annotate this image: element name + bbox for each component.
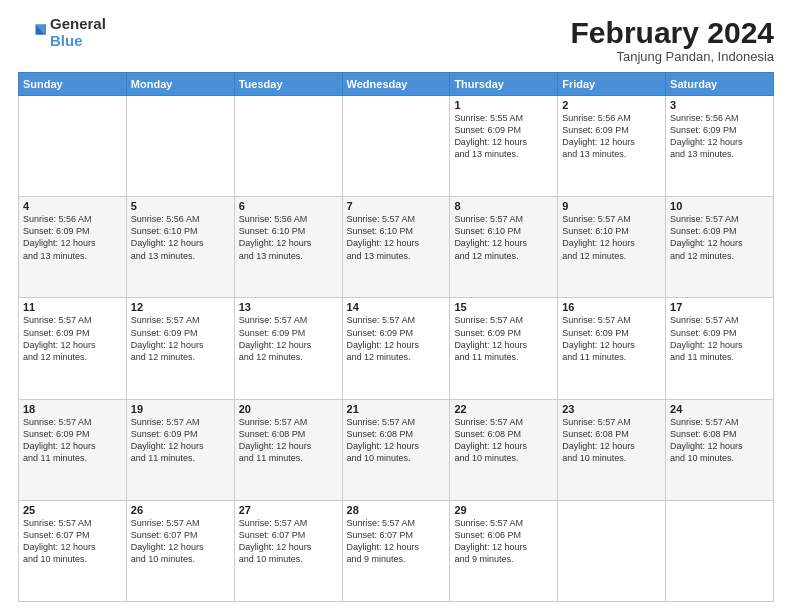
cell-info-text: Sunrise: 5:57 AM Sunset: 6:09 PM Dayligh… [239,314,338,363]
cell-info-text: Sunrise: 5:57 AM Sunset: 6:10 PM Dayligh… [454,213,553,262]
table-row: 3Sunrise: 5:56 AM Sunset: 6:09 PM Daylig… [666,96,774,197]
table-row: 6Sunrise: 5:56 AM Sunset: 6:10 PM Daylig… [234,197,342,298]
table-row [126,96,234,197]
cell-day-number: 22 [454,403,553,415]
cell-info-text: Sunrise: 5:57 AM Sunset: 6:10 PM Dayligh… [347,213,446,262]
table-row [342,96,450,197]
week-row-1: 4Sunrise: 5:56 AM Sunset: 6:09 PM Daylig… [19,197,774,298]
cell-day-number: 11 [23,301,122,313]
table-row [666,500,774,601]
cell-info-text: Sunrise: 5:56 AM Sunset: 6:09 PM Dayligh… [23,213,122,262]
table-row: 25Sunrise: 5:57 AM Sunset: 6:07 PM Dayli… [19,500,127,601]
cell-info-text: Sunrise: 5:57 AM Sunset: 6:10 PM Dayligh… [562,213,661,262]
week-row-2: 11Sunrise: 5:57 AM Sunset: 6:09 PM Dayli… [19,298,774,399]
table-row: 20Sunrise: 5:57 AM Sunset: 6:08 PM Dayli… [234,399,342,500]
table-row: 24Sunrise: 5:57 AM Sunset: 6:08 PM Dayli… [666,399,774,500]
cell-info-text: Sunrise: 5:57 AM Sunset: 6:07 PM Dayligh… [131,517,230,566]
table-row: 5Sunrise: 5:56 AM Sunset: 6:10 PM Daylig… [126,197,234,298]
col-wednesday: Wednesday [342,73,450,96]
cell-day-number: 9 [562,200,661,212]
cell-day-number: 3 [670,99,769,111]
table-row: 7Sunrise: 5:57 AM Sunset: 6:10 PM Daylig… [342,197,450,298]
cell-day-number: 21 [347,403,446,415]
cell-day-number: 18 [23,403,122,415]
cell-info-text: Sunrise: 5:57 AM Sunset: 6:09 PM Dayligh… [347,314,446,363]
location-subtitle: Tanjung Pandan, Indonesia [571,49,774,64]
table-row: 16Sunrise: 5:57 AM Sunset: 6:09 PM Dayli… [558,298,666,399]
header-row: Sunday Monday Tuesday Wednesday Thursday… [19,73,774,96]
cell-info-text: Sunrise: 5:57 AM Sunset: 6:09 PM Dayligh… [23,416,122,465]
cell-day-number: 2 [562,99,661,111]
table-row [19,96,127,197]
cell-day-number: 26 [131,504,230,516]
table-row: 10Sunrise: 5:57 AM Sunset: 6:09 PM Dayli… [666,197,774,298]
cell-day-number: 15 [454,301,553,313]
col-thursday: Thursday [450,73,558,96]
calendar-page: General Blue February 2024 Tanjung Panda… [0,0,792,612]
cell-info-text: Sunrise: 5:57 AM Sunset: 6:08 PM Dayligh… [562,416,661,465]
week-row-0: 1Sunrise: 5:55 AM Sunset: 6:09 PM Daylig… [19,96,774,197]
col-monday: Monday [126,73,234,96]
week-row-3: 18Sunrise: 5:57 AM Sunset: 6:09 PM Dayli… [19,399,774,500]
table-row: 29Sunrise: 5:57 AM Sunset: 6:06 PM Dayli… [450,500,558,601]
cell-info-text: Sunrise: 5:57 AM Sunset: 6:09 PM Dayligh… [454,314,553,363]
cell-info-text: Sunrise: 5:57 AM Sunset: 6:09 PM Dayligh… [670,314,769,363]
cell-info-text: Sunrise: 5:57 AM Sunset: 6:07 PM Dayligh… [23,517,122,566]
cell-day-number: 25 [23,504,122,516]
cell-info-text: Sunrise: 5:57 AM Sunset: 6:09 PM Dayligh… [670,213,769,262]
cell-info-text: Sunrise: 5:57 AM Sunset: 6:09 PM Dayligh… [131,416,230,465]
cell-info-text: Sunrise: 5:56 AM Sunset: 6:10 PM Dayligh… [239,213,338,262]
table-row: 28Sunrise: 5:57 AM Sunset: 6:07 PM Dayli… [342,500,450,601]
table-row: 4Sunrise: 5:56 AM Sunset: 6:09 PM Daylig… [19,197,127,298]
table-row: 9Sunrise: 5:57 AM Sunset: 6:10 PM Daylig… [558,197,666,298]
table-row: 8Sunrise: 5:57 AM Sunset: 6:10 PM Daylig… [450,197,558,298]
table-row: 26Sunrise: 5:57 AM Sunset: 6:07 PM Dayli… [126,500,234,601]
cell-day-number: 8 [454,200,553,212]
table-row [234,96,342,197]
cell-info-text: Sunrise: 5:56 AM Sunset: 6:09 PM Dayligh… [670,112,769,161]
cell-info-text: Sunrise: 5:57 AM Sunset: 6:09 PM Dayligh… [131,314,230,363]
table-row: 12Sunrise: 5:57 AM Sunset: 6:09 PM Dayli… [126,298,234,399]
cell-day-number: 10 [670,200,769,212]
cell-info-text: Sunrise: 5:57 AM Sunset: 6:08 PM Dayligh… [454,416,553,465]
cell-day-number: 7 [347,200,446,212]
week-row-4: 25Sunrise: 5:57 AM Sunset: 6:07 PM Dayli… [19,500,774,601]
logo-text: General Blue [50,16,106,49]
table-row: 18Sunrise: 5:57 AM Sunset: 6:09 PM Dayli… [19,399,127,500]
cell-day-number: 28 [347,504,446,516]
cell-day-number: 29 [454,504,553,516]
logo-icon [18,19,46,47]
table-row: 19Sunrise: 5:57 AM Sunset: 6:09 PM Dayli… [126,399,234,500]
cell-day-number: 4 [23,200,122,212]
table-row: 14Sunrise: 5:57 AM Sunset: 6:09 PM Dayli… [342,298,450,399]
col-saturday: Saturday [666,73,774,96]
cell-day-number: 24 [670,403,769,415]
cell-day-number: 27 [239,504,338,516]
cell-info-text: Sunrise: 5:57 AM Sunset: 6:07 PM Dayligh… [239,517,338,566]
table-row: 23Sunrise: 5:57 AM Sunset: 6:08 PM Dayli… [558,399,666,500]
cell-info-text: Sunrise: 5:57 AM Sunset: 6:08 PM Dayligh… [670,416,769,465]
table-row: 2Sunrise: 5:56 AM Sunset: 6:09 PM Daylig… [558,96,666,197]
cell-info-text: Sunrise: 5:57 AM Sunset: 6:09 PM Dayligh… [23,314,122,363]
table-row: 27Sunrise: 5:57 AM Sunset: 6:07 PM Dayli… [234,500,342,601]
table-row: 22Sunrise: 5:57 AM Sunset: 6:08 PM Dayli… [450,399,558,500]
cell-day-number: 6 [239,200,338,212]
col-tuesday: Tuesday [234,73,342,96]
cell-info-text: Sunrise: 5:57 AM Sunset: 6:08 PM Dayligh… [347,416,446,465]
cell-info-text: Sunrise: 5:55 AM Sunset: 6:09 PM Dayligh… [454,112,553,161]
table-row: 11Sunrise: 5:57 AM Sunset: 6:09 PM Dayli… [19,298,127,399]
table-row: 21Sunrise: 5:57 AM Sunset: 6:08 PM Dayli… [342,399,450,500]
calendar-table: Sunday Monday Tuesday Wednesday Thursday… [18,72,774,602]
cell-day-number: 1 [454,99,553,111]
cell-day-number: 17 [670,301,769,313]
col-friday: Friday [558,73,666,96]
cell-day-number: 20 [239,403,338,415]
logo: General Blue [18,16,106,49]
cell-day-number: 19 [131,403,230,415]
table-row: 15Sunrise: 5:57 AM Sunset: 6:09 PM Dayli… [450,298,558,399]
month-title: February 2024 [571,16,774,49]
cell-day-number: 16 [562,301,661,313]
cell-day-number: 5 [131,200,230,212]
cell-day-number: 23 [562,403,661,415]
logo-general-text: General [50,16,106,33]
